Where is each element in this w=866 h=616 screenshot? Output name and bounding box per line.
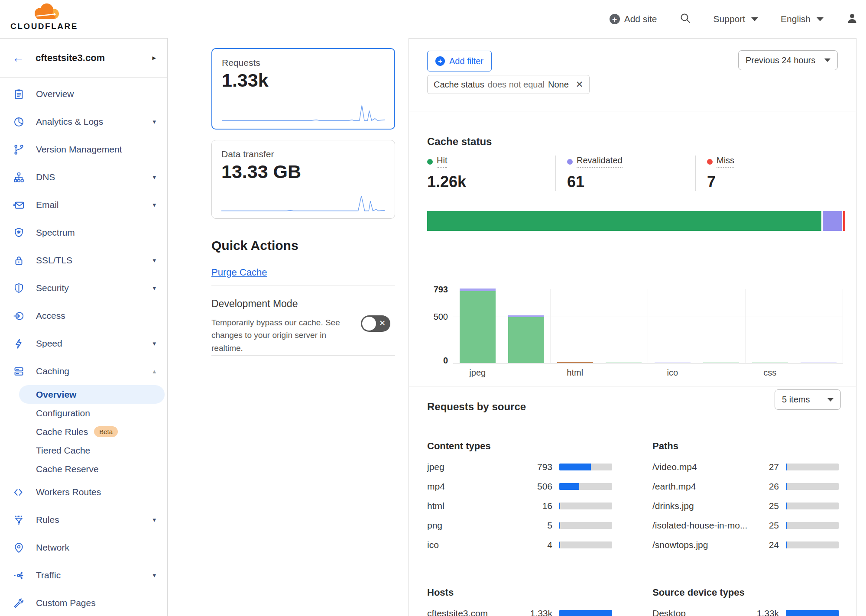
development-mode-description: Temporarily bypass our cache. See change… <box>211 316 341 354</box>
chevron-down-icon: ▾ <box>152 571 156 579</box>
summary-column: Requests1.33kData transfer13.33 GB Quick… <box>168 38 409 616</box>
bar-segment-other <box>557 362 593 363</box>
y-axis-tick: 0 <box>421 356 448 366</box>
lock-icon <box>13 255 25 266</box>
gridline <box>843 289 843 363</box>
lightning-icon <box>13 338 25 350</box>
user-avatar[interactable] <box>846 12 858 26</box>
sidebar-subitem-cache-reserve[interactable]: Cache Reserve <box>19 460 165 478</box>
table-row: /snowtops.jpg24 <box>652 535 839 554</box>
sidebar-item-dns[interactable]: DNS▾ <box>0 163 167 191</box>
purge-cache-link[interactable]: Purge Cache <box>211 267 267 278</box>
sidebar-item-email[interactable]: Email▾ <box>0 191 167 219</box>
filter-field: Cache status <box>434 80 484 90</box>
sidebar-item-analytics-logs[interactable]: Analytics & Logs▾ <box>0 108 167 136</box>
divider <box>211 355 395 356</box>
support-menu[interactable]: Support <box>714 14 759 24</box>
sidebar-item-security[interactable]: Security▾ <box>0 274 167 302</box>
language-menu[interactable]: English <box>781 14 824 24</box>
sidebar-subitem-overview[interactable]: Overview <box>19 385 165 404</box>
row-bar-track <box>559 522 612 529</box>
row-bar-fill <box>559 522 560 529</box>
site-name: cftestsite3.com <box>36 52 152 64</box>
row-value: 24 <box>755 540 779 550</box>
filter-chip[interactable]: Cache status does not equal None ✕ <box>427 75 590 94</box>
cache-stat-label: Revalidated <box>567 156 623 168</box>
time-range-dropdown[interactable]: Previous 24 hours <box>738 50 838 70</box>
cloudflare-dashboard: CLOUDFLARE + Add site Support English <box>0 0 866 616</box>
sidebar-subitem-tiered-cache[interactable]: Tiered Cache <box>19 441 165 460</box>
sidebar-item-rules[interactable]: Rules▾ <box>0 506 167 534</box>
top-nav: CLOUDFLARE + Add site Support English <box>0 0 866 38</box>
y-axis-tick: 500 <box>421 312 448 322</box>
table-row: jpeg793 <box>427 457 612 477</box>
cloudflare-logo[interactable]: CLOUDFLARE <box>10 3 79 31</box>
close-icon[interactable]: ✕ <box>576 79 584 90</box>
sidebar-item-label: Caching <box>36 366 69 376</box>
sidebar-item-label: DNS <box>36 172 55 182</box>
sidebar-item-workers-routes[interactable]: Workers Routes <box>0 478 167 506</box>
cache-stat-label: Miss <box>707 156 734 168</box>
row-bar-fill <box>786 483 787 490</box>
bar-segment-hit <box>508 317 544 363</box>
row-bar-fill <box>786 610 839 616</box>
sidebar-item-speed[interactable]: Speed▾ <box>0 330 167 357</box>
development-mode-title: Development Mode <box>211 298 298 310</box>
chart-bar-ico <box>655 363 691 363</box>
sidebar-item-label: SSL/TLS <box>36 255 72 266</box>
sidebar-subitem-label: Overview <box>36 389 76 400</box>
x-axis-tick-label <box>600 368 649 378</box>
sidebar-item-overview[interactable]: Overview <box>0 80 167 108</box>
back-arrow-icon[interactable]: ← <box>12 52 24 64</box>
add-filter-button[interactable]: + Add filter <box>427 51 492 71</box>
sidebar-item-ssl-tls[interactable]: SSL/TLS▾ <box>0 246 167 274</box>
analytics-panel: + Add filter Cache status does not equal… <box>409 38 856 616</box>
x-axis-tick-label <box>502 368 551 378</box>
row-value: 5 <box>521 520 552 531</box>
person-icon <box>846 12 858 26</box>
sidebar-item-custom-pages[interactable]: Custom Pages <box>0 589 167 616</box>
row-label: png <box>427 520 521 531</box>
filter-operator: does not equal <box>488 80 545 90</box>
sidebar-item-traffic[interactable]: Traffic▾ <box>0 561 167 589</box>
cache-stat-name[interactable]: Hit <box>437 156 447 168</box>
summary-card-data-transfer[interactable]: Data transfer13.33 GB <box>211 140 395 219</box>
sidebar-subitem-cache-rules[interactable]: Cache RulesBeta <box>19 422 165 441</box>
gridline <box>648 289 648 363</box>
sidebar-item-spectrum[interactable]: Spectrum <box>0 219 167 246</box>
row-label: html <box>427 501 521 511</box>
sidebar-item-version-management[interactable]: Version Management <box>0 136 167 163</box>
row-label: /video.mp4 <box>652 462 755 472</box>
gridline <box>745 289 746 363</box>
items-count-dropdown[interactable]: 5 items <box>775 389 841 410</box>
sparkline-chart <box>222 101 385 123</box>
sidebar-item-access[interactable]: Access <box>0 302 167 330</box>
content-types-table: jpeg793mp4506html16png5ico4 <box>427 457 612 554</box>
chart-bar-slot-2 <box>508 315 544 363</box>
add-site-button[interactable]: + Add site <box>610 14 657 24</box>
cache-stat-name[interactable]: Miss <box>717 156 734 168</box>
top-actions: + Add site Support English <box>610 0 858 38</box>
search-button[interactable] <box>680 13 691 26</box>
cache-stat-miss: Miss7 <box>695 156 835 191</box>
sidebar-subitem-configuration[interactable]: Configuration <box>19 404 165 422</box>
sidebar: ← cftestsite3.com ▸ OverviewAnalytics & … <box>0 38 168 616</box>
row-bar-fill <box>786 503 787 509</box>
sidebar-item-network[interactable]: Network <box>0 534 167 561</box>
bar-segment-revalidated <box>801 363 837 363</box>
divider <box>634 576 634 616</box>
cache-status-stats: Hit1.26kRevalidated61Miss7 <box>427 156 835 191</box>
sidebar-item-caching[interactable]: Caching▴ <box>0 357 167 385</box>
chevron-right-icon[interactable]: ▸ <box>152 53 156 62</box>
row-bar-track <box>559 503 612 509</box>
sidebar-subitem-label: Cache Reserve <box>36 464 99 474</box>
code-icon <box>13 486 25 498</box>
row-label: /snowtops.jpg <box>652 540 755 550</box>
cache-stat-name[interactable]: Revalidated <box>577 156 623 168</box>
cloudflare-wordmark: CLOUDFLARE <box>10 22 79 31</box>
development-mode-toggle[interactable]: ✕ <box>361 315 390 332</box>
support-label: Support <box>714 14 746 24</box>
summary-card-requests[interactable]: Requests1.33k <box>211 48 395 130</box>
card-value: 1.33k <box>222 70 385 91</box>
pin-icon <box>13 542 25 554</box>
